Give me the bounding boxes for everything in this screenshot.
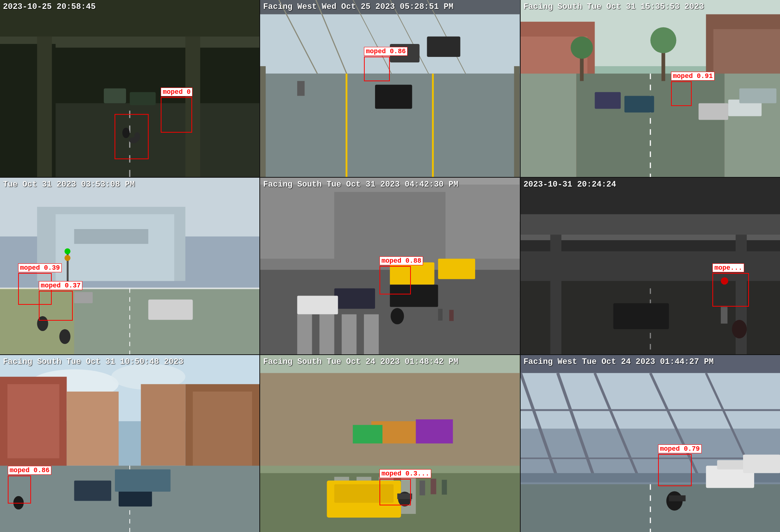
svg-rect-77 — [438, 259, 475, 279]
camera-cell-3: Facing South Tue Oct 31 15:35:53 2023 mo… — [521, 0, 780, 177]
detection-label-7: moped 0.86 — [8, 466, 51, 475]
svg-rect-31 — [375, 85, 412, 109]
svg-rect-126 — [420, 481, 425, 495]
timestamp-4: Tue Oct 31 2023 03:53:08 PM — [3, 180, 134, 189]
svg-rect-95 — [721, 307, 727, 323]
svg-rect-109 — [74, 481, 111, 501]
detection-label-2: moped 0.86 — [364, 47, 408, 56]
timestamp-2: Facing West Wed Oct 25 2023 05:28:51 PM — [263, 2, 453, 11]
svg-rect-127 — [431, 479, 436, 494]
svg-rect-79 — [334, 288, 375, 308]
svg-point-96 — [732, 320, 747, 338]
svg-rect-54 — [55, 214, 174, 281]
detection-label-6: mope... — [712, 263, 744, 272]
svg-rect-70 — [334, 192, 446, 266]
svg-point-14 — [129, 137, 138, 143]
svg-rect-42 — [698, 103, 728, 120]
detection-label-9: moped 0.79 — [658, 444, 702, 453]
camera-cell-1: 2023-10-25 20:58:45 moped 0 — [0, 0, 259, 177]
svg-rect-80 — [297, 296, 338, 314]
svg-rect-64 — [74, 292, 93, 303]
svg-rect-118 — [416, 419, 453, 443]
camera-cell-7: Facing South Tue Oct 31 10:50:48 2023 mo… — [0, 355, 259, 532]
svg-rect-26 — [260, 66, 266, 177]
svg-rect-128 — [442, 480, 447, 495]
svg-rect-27 — [514, 66, 520, 177]
detection-box-7: moped 0.86 — [8, 475, 31, 504]
svg-rect-29 — [427, 37, 460, 57]
timestamp-3: Facing South Tue Oct 31 15:35:53 2023 — [524, 2, 704, 11]
camera-cell-4: Tue Oct 31 2023 03:53:08 PM moped 0.39 m… — [0, 178, 259, 355]
timestamp-8: Facing South Tue Oct 24 2023 01:48:42 PM — [263, 357, 458, 366]
detection-box-5: moped 0.88 — [379, 266, 411, 294]
detection-box-6: mope... — [712, 273, 749, 307]
svg-rect-40 — [521, 74, 576, 177]
svg-rect-75 — [364, 314, 379, 354]
svg-rect-46 — [624, 96, 654, 112]
timestamp-6: 2023-10-31 20:24:24 — [524, 180, 616, 189]
svg-rect-115 — [260, 373, 520, 466]
detection-box-9: moped 0.79 — [658, 454, 692, 486]
svg-rect-111 — [115, 470, 170, 492]
camera-cell-5: Facing South Tue Oct 31 2023 04:42:30 PM… — [260, 178, 520, 355]
detection-label-1: moped 0 — [161, 88, 193, 96]
camera-cell-6: 2023-10-31 20:24:24 mope... — [521, 178, 780, 355]
svg-rect-149 — [669, 495, 685, 501]
svg-rect-44 — [739, 88, 776, 103]
svg-rect-105 — [67, 392, 119, 466]
svg-point-12 — [122, 128, 130, 138]
svg-rect-106 — [141, 384, 185, 466]
svg-rect-63 — [148, 299, 193, 320]
timestamp-1: 2023-10-25 20:58:45 — [3, 2, 96, 11]
detection-box-1: moped 0 — [161, 97, 192, 133]
detection-label-4b: moped 0.37 — [39, 281, 82, 290]
svg-point-48 — [570, 37, 593, 59]
svg-rect-82 — [438, 308, 443, 320]
svg-rect-87 — [521, 214, 780, 236]
svg-rect-30 — [297, 81, 305, 96]
svg-point-84 — [391, 308, 404, 324]
svg-rect-73 — [320, 314, 334, 354]
detection-box-4b: moped 0.37 — [39, 291, 72, 321]
svg-rect-102 — [7, 384, 59, 458]
svg-rect-93 — [613, 303, 668, 329]
svg-rect-74 — [342, 314, 357, 354]
svg-point-62 — [65, 255, 71, 261]
svg-point-66 — [59, 329, 71, 344]
svg-rect-45 — [595, 92, 620, 109]
svg-rect-91 — [550, 235, 561, 355]
svg-rect-147 — [743, 455, 780, 473]
svg-rect-81 — [427, 310, 432, 321]
detection-box-8: moped 0.3... — [379, 479, 411, 505]
svg-rect-10 — [130, 92, 156, 105]
svg-point-50 — [650, 27, 676, 53]
svg-rect-72 — [297, 314, 312, 354]
svg-rect-7 — [37, 37, 52, 177]
detection-label-3: moped 0.91 — [671, 72, 715, 81]
svg-rect-55 — [74, 229, 149, 244]
detection-label-8: moped 0.3... — [379, 469, 431, 478]
timestamp-9: Facing West Tue Oct 24 2023 01:44:27 PM — [524, 357, 714, 366]
detection-box-3: moped 0.91 — [671, 81, 692, 106]
camera-grid: 2023-10-25 20:58:45 moped 0 — [0, 0, 780, 532]
timestamp-7: Facing South Tue Oct 31 10:50:48 2023 — [3, 357, 183, 366]
svg-rect-117 — [353, 425, 382, 443]
svg-rect-83 — [449, 310, 454, 321]
svg-rect-9 — [104, 88, 126, 103]
svg-rect-104 — [193, 392, 252, 466]
detection-label-4a: moped 0.39 — [18, 263, 62, 272]
detection-label-5: moped 0.88 — [379, 256, 423, 265]
camera-cell-8: Facing South Tue Oct 24 2023 01:48:42 PM… — [260, 355, 520, 532]
camera-cell-9: Facing West Tue Oct 24 2023 01:44:27 PM … — [521, 355, 780, 532]
detection-box-2: moped 0.86 — [364, 57, 390, 81]
camera-cell-2: Facing West Wed Oct 25 2023 05:28:51 PM … — [260, 0, 520, 177]
timestamp-5: Facing South Tue Oct 31 2023 04:42:30 PM — [263, 180, 458, 189]
svg-point-61 — [65, 248, 71, 254]
